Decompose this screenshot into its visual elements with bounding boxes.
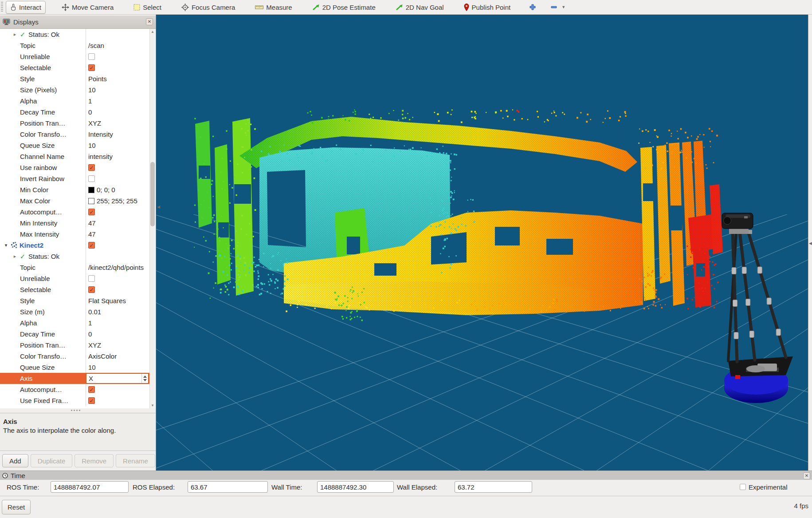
panel-collapse-left-icon[interactable]: ◀ <box>157 205 160 209</box>
3d-viewport[interactable]: ◀ <box>156 15 808 471</box>
collapsed-right-panel[interactable]: ◀ <box>808 15 812 471</box>
property-row-topic[interactable]: Topic/kinect2/qhd/points <box>0 262 149 273</box>
collapse-icon[interactable]: ▾ <box>3 242 9 248</box>
render-scene <box>156 15 808 471</box>
panel-collapse-right-icon[interactable]: ◀ <box>809 241 812 245</box>
toolbar-drag-handle[interactable] <box>1 2 3 12</box>
ruler-icon <box>255 5 263 10</box>
displays-close-icon[interactable]: ✕ <box>146 18 153 25</box>
row-label: Style <box>20 75 35 83</box>
spinner-value: X <box>86 375 141 382</box>
rename-button[interactable]: Rename <box>116 454 155 467</box>
tool-label: Select <box>143 4 161 11</box>
property-row-min-color[interactable]: Min Color0; 0; 0 <box>0 184 149 195</box>
tool-interact[interactable]: Interact <box>6 1 46 14</box>
tool-label: 2D Pose Estimate <box>322 4 376 11</box>
scrollbar-thumb[interactable] <box>150 162 155 226</box>
status-ok-icon: ✓ <box>19 31 26 39</box>
add-button[interactable]: Add <box>2 454 28 467</box>
property-row-max-color[interactable]: Max Color255; 255; 255 <box>0 195 149 206</box>
property-row-min-intensity[interactable]: Min Intensity47 <box>0 217 149 229</box>
displays-panel: Displays ✕ ▸✓Status: OkTopic/scanUnrelia… <box>0 15 156 471</box>
help-text: The axis to interpolate the color along. <box>3 427 156 434</box>
property-row-invert-rainbow[interactable]: Invert Rainbow <box>0 173 149 184</box>
property-row-size-m[interactable]: Size (m)0.01 <box>0 306 149 317</box>
property-row-color-transfo[interactable]: Color Transfo…Intensity <box>0 129 149 140</box>
ros-elapsed-input[interactable] <box>188 481 268 493</box>
tool-select[interactable]: Select <box>129 1 165 13</box>
property-row-color-transfo[interactable]: Color Transfo…AxisColor <box>0 351 149 362</box>
tool-publish-point[interactable]: Publish Point <box>460 1 515 13</box>
property-row-max-intensity[interactable]: Max Intensity47 <box>0 229 149 240</box>
property-row-selectable[interactable]: Selectable✓ <box>0 284 149 295</box>
row-value: 0.01 <box>88 308 101 316</box>
tool-2d-nav-goal[interactable]: 2D Nav Goal <box>392 1 448 13</box>
checkbox[interactable]: ✓ <box>88 286 95 293</box>
property-row-unreliable[interactable]: Unreliable <box>0 273 149 284</box>
tool-2d-pose-estimate[interactable]: 2D Pose Estimate <box>308 1 380 13</box>
checkbox[interactable] <box>88 275 95 282</box>
reset-button[interactable]: Reset <box>2 500 31 514</box>
checkbox[interactable]: ✓ <box>88 386 95 393</box>
add-tool-button[interactable] <box>526 1 541 13</box>
wall-time-input[interactable] <box>317 481 394 493</box>
green-arrow-icon <box>312 4 320 11</box>
property-row-autocomput[interactable]: Autocomput…✓ <box>0 206 149 217</box>
property-row-status-ok[interactable]: ▸✓Status: Ok <box>0 29 149 40</box>
checkbox[interactable]: ✓ <box>88 397 95 404</box>
row-value: Flat Squares <box>88 297 126 304</box>
checkbox[interactable]: ✓ <box>88 64 95 71</box>
property-row-use-fixed-fra[interactable]: Use Fixed Fra…✓ <box>0 395 149 406</box>
ros-time-label: ROS Time: <box>7 483 39 491</box>
remove-tool-button[interactable]: ▼ <box>548 1 568 13</box>
color-swatch[interactable] <box>88 187 94 193</box>
property-row-position-tran[interactable]: Position Tran…XYZ <box>0 340 149 351</box>
tool-move-camera[interactable]: Move Camera <box>58 1 118 13</box>
property-row-decay-time[interactable]: Decay Time0 <box>0 328 149 340</box>
spinner-arrows-icon[interactable] <box>141 374 148 383</box>
property-row-alpha[interactable]: Alpha1 <box>0 95 149 107</box>
property-row-queue-size[interactable]: Queue Size10 <box>0 362 149 373</box>
expand-icon[interactable]: ▸ <box>12 32 18 37</box>
wall-elapsed-input[interactable] <box>455 481 532 493</box>
property-row-style[interactable]: StyleFlat Squares <box>0 295 149 306</box>
scroll-up-icon[interactable]: ▲ <box>150 30 155 34</box>
remove-button[interactable]: Remove <box>75 454 114 467</box>
checkbox[interactable] <box>88 175 95 182</box>
property-row-selectable[interactable]: Selectable✓ <box>0 62 149 73</box>
tool-measure[interactable]: Measure <box>251 1 296 13</box>
time-panel-titlebar[interactable]: Time ✕ <box>0 471 812 480</box>
checkbox[interactable]: ✓ <box>88 164 95 171</box>
checkbox[interactable]: ✓ <box>88 242 95 249</box>
property-row-decay-time[interactable]: Decay Time0 <box>0 107 149 118</box>
help-splitter[interactable] <box>0 408 156 413</box>
tool-focus-camera[interactable]: Focus Camera <box>177 1 239 13</box>
color-swatch[interactable] <box>88 198 94 204</box>
tool-label: Move Camera <box>72 4 114 11</box>
property-row-status-ok[interactable]: ▸✓Status: Ok <box>0 251 149 262</box>
property-row-unreliable[interactable]: Unreliable <box>0 51 149 62</box>
scroll-down-icon[interactable]: ▼ <box>150 403 155 407</box>
property-row-size-pixels[interactable]: Size (Pixels)10 <box>0 84 149 95</box>
property-row-channel-name[interactable]: Channel Nameintensity <box>0 151 149 162</box>
property-row-use-rainbow[interactable]: Use rainbow✓ <box>0 162 149 173</box>
checkbox[interactable] <box>88 53 95 60</box>
property-row-autocomput[interactable]: Autocomput…✓ <box>0 384 149 395</box>
axis-spinner[interactable]: X <box>86 373 149 384</box>
property-row-style[interactable]: StylePoints <box>0 73 149 84</box>
property-row-alpha[interactable]: Alpha1 <box>0 317 149 328</box>
time-close-icon[interactable]: ✕ <box>803 472 810 479</box>
row-value: Intensity <box>88 130 113 138</box>
display-row-kinect2[interactable]: ▾Kinect2✓ <box>0 240 149 251</box>
experimental-checkbox[interactable] <box>740 484 746 490</box>
checkbox[interactable]: ✓ <box>88 209 95 215</box>
expand-icon[interactable]: ▸ <box>12 253 18 259</box>
duplicate-button[interactable]: Duplicate <box>31 454 73 467</box>
property-row-topic[interactable]: Topic/scan <box>0 40 149 51</box>
tree-scrollbar[interactable]: ▲ ▼ <box>149 29 155 408</box>
displays-panel-titlebar[interactable]: Displays ✕ <box>0 16 156 29</box>
ros-time-input[interactable] <box>51 481 129 493</box>
property-row-axis[interactable]: AxisX <box>0 373 149 384</box>
property-row-position-tran[interactable]: Position Tran…XYZ <box>0 118 149 129</box>
property-row-queue-size[interactable]: Queue Size10 <box>0 140 149 151</box>
